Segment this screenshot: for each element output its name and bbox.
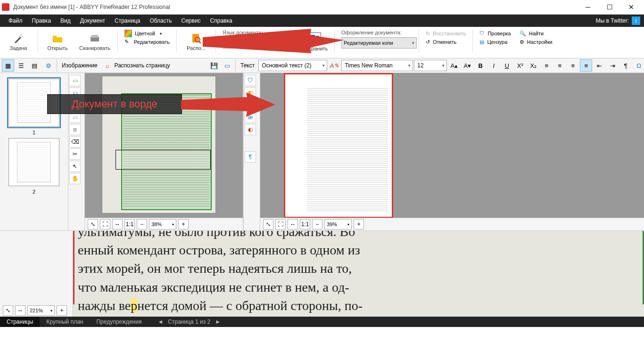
thumb-view-list[interactable]: ☰ [15, 59, 27, 72]
image-100-button[interactable]: 1:1 [124, 219, 135, 229]
app-icon [2, 3, 9, 11]
style-select[interactable]: Основной текст (2) [258, 60, 327, 71]
font-select[interactable]: Times New Roman [341, 60, 413, 71]
tool-row: ▦ ☰ ▤ ⚙ Изображение ⌕ Распознать страниц… [0, 58, 644, 73]
font-grow-button[interactable]: A▴ [448, 59, 460, 72]
recognize-page-label[interactable]: Распознать страницу [115, 62, 170, 69]
menu-help[interactable]: Справка [206, 17, 237, 24]
text-zoom-value[interactable]: 39%▾ [324, 219, 352, 229]
closeup-fit-button[interactable]: ↔ [15, 305, 25, 316]
area-text-tool[interactable]: ▭ [69, 75, 81, 86]
status-tab-closeup[interactable]: Крупный план [40, 317, 90, 327]
closeup-collapse-button[interactable]: ⤡ [3, 305, 13, 316]
style-edit-icon[interactable]: A✎ [328, 59, 340, 72]
menu-page[interactable]: Страница [110, 17, 145, 24]
menu-file[interactable]: Файл [4, 17, 27, 24]
font-shrink-button[interactable]: A▾ [461, 59, 473, 72]
image-save-button[interactable]: 💾 [208, 59, 220, 72]
undo-button[interactable]: ↺Отменить [426, 38, 466, 46]
close-button[interactable]: ✕ [620, 0, 642, 14]
text-canvas[interactable]: ⤡ ⛶ ↔ 1:1 − 39%▾ + [260, 73, 644, 230]
menu-document[interactable]: Документ [75, 17, 110, 24]
settings-button[interactable]: ⚙Настройки [520, 38, 553, 46]
image-zoom-in[interactable]: + [178, 219, 189, 229]
image-fit-button[interactable]: ⛶ [100, 219, 110, 229]
image-collapse-button[interactable]: ⤡ [88, 219, 98, 229]
subscript-button[interactable]: X₂ [527, 59, 539, 72]
eraser-tool[interactable]: ⌫ [69, 136, 81, 147]
closeup-zoom-in[interactable]: + [57, 305, 67, 316]
closeup-text[interactable]: ультиматумы, не было против кого сражать… [73, 231, 644, 317]
closeup-line-1: енный комендант острова, затерянного в о… [78, 241, 639, 259]
scan-button[interactable]: Сканировать [75, 30, 115, 54]
open-button[interactable]: Открыть [41, 30, 74, 54]
find-button[interactable]: 🔍Найти [520, 30, 553, 37]
check-button[interactable]: ⛉Проверка [479, 30, 511, 37]
task-button[interactable]: Задача [2, 30, 35, 54]
closeup-left-marker [73, 231, 74, 304]
text-fit-button[interactable]: ⛶ [275, 219, 286, 229]
nav-prev-button[interactable]: ◄ [157, 318, 163, 325]
italic-button[interactable]: I [487, 59, 500, 72]
color-option[interactable]: Цветной ▾ [124, 30, 170, 37]
font-size-select[interactable]: 12 [414, 60, 447, 71]
task-label: Задача [10, 45, 27, 51]
nav-next-button[interactable]: ► [215, 318, 221, 325]
superscript-button[interactable]: X² [514, 59, 526, 72]
twitter-link[interactable]: Мы в Twitter: t [596, 16, 640, 25]
insert-symbol-button[interactable]: Ω [633, 59, 644, 72]
censor-button[interactable]: ▤Цензура [479, 38, 511, 46]
layout-select[interactable]: Редактируемая копи [341, 37, 417, 49]
pilcrow-button[interactable]: ¶ [619, 59, 632, 72]
thumb-settings[interactable]: ⚙ [42, 59, 55, 72]
status-tab-warnings[interactable]: Предупреждения [90, 317, 148, 327]
work-area: 1 2 ▭ ▭ ▦ ▭ ≣ ⌫ ✂ ↖ ✋ ⤡ ⛶ ↔ 1:1 [0, 73, 644, 230]
edit-option[interactable]: ✎Редактировать [124, 38, 170, 46]
closeup-line-3: что маленькая экспедиция не сгинет в нем… [78, 278, 639, 296]
text-pilcrow-tool[interactable]: ¶ [245, 151, 256, 163]
gear-icon: ⚙ [520, 39, 524, 45]
menu-view[interactable]: Вид [56, 17, 75, 24]
redo-button[interactable]: ↻Восстановить [426, 30, 466, 37]
bold-button[interactable]: B [474, 59, 487, 72]
menu-edit[interactable]: Правка [27, 17, 56, 24]
thumbnail-2[interactable] [8, 138, 59, 186]
text-tool-5[interactable]: ◐ [245, 124, 256, 135]
image-fitw-button[interactable]: ↔ [112, 219, 123, 229]
check-icon: ⛉ [479, 31, 485, 36]
text-100-button[interactable]: 1:1 [300, 219, 310, 229]
align-justify-button[interactable]: ≡ [580, 59, 592, 72]
closeup-gutter: ⤡ ↔ 221%▾ + [0, 231, 73, 317]
status-tab-pages[interactable]: Страницы [0, 317, 40, 327]
pointer-tool[interactable]: ↖ [69, 161, 81, 172]
align-center-button[interactable]: ≡ [553, 59, 566, 72]
thumb-view-grid[interactable]: ▦ [2, 59, 14, 72]
menu-service[interactable]: Сервис [177, 17, 206, 24]
area-barcode-tool[interactable]: ≣ [69, 124, 81, 135]
align-right-button[interactable]: ≡ [567, 59, 579, 72]
text-fitw-button[interactable]: ↔ [288, 219, 298, 229]
maximize-button[interactable]: ☐ [599, 0, 620, 14]
text-tool-1[interactable]: ⛉ [245, 75, 256, 86]
image-zoom-out[interactable]: − [137, 219, 147, 229]
underline-button[interactable]: U [501, 59, 513, 72]
menu-area[interactable]: Область [145, 17, 176, 24]
recognize-page-icon[interactable]: ⌕ [101, 59, 114, 72]
text-zoom-in[interactable]: + [354, 219, 364, 229]
layout-section: Оформление документа: Редактируемая копи [338, 30, 416, 49]
layout-label: Оформление документа: [341, 30, 412, 35]
window-title: Документ без имени [1] - ABBYY FineReade… [13, 4, 577, 10]
indent-dec-button[interactable]: ⇤ [593, 59, 605, 72]
thumb-view-detail[interactable]: ▤ [28, 59, 41, 72]
text-collapse-button[interactable]: ⤡ [263, 219, 273, 229]
hand-tool[interactable]: ✋ [69, 173, 81, 184]
align-left-button[interactable]: ≡ [540, 59, 553, 72]
minimize-button[interactable]: ─ [577, 0, 599, 14]
text-zoom-out[interactable]: − [312, 219, 322, 229]
image-zoom-value[interactable]: 38%▾ [149, 219, 176, 229]
image-tool-button[interactable]: ▭ [221, 59, 233, 72]
crop-tool[interactable]: ✂ [69, 148, 81, 160]
color-swatch-icon [124, 30, 132, 37]
closeup-zoom-value[interactable]: 221%▾ [27, 305, 55, 316]
indent-inc-button[interactable]: ⇥ [606, 59, 619, 72]
